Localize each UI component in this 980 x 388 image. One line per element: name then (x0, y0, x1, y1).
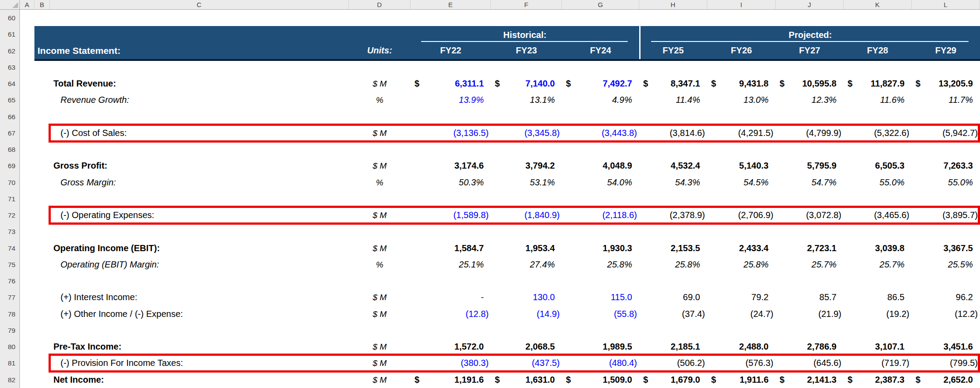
cell-B64[interactable] (34, 75, 50, 92)
cell-L70[interactable]: 55.0% (912, 174, 980, 191)
row-header-73[interactable]: 73 (0, 223, 20, 240)
column-header-G[interactable]: G (562, 0, 639, 9)
cell-E80[interactable]: 1,572.0 (411, 339, 491, 355)
cell-D74[interactable]: $ M (349, 240, 411, 257)
select-all-corner[interactable] (0, 0, 20, 9)
cell-J81[interactable]: (645.6) (776, 355, 844, 372)
cell-J67[interactable]: (4,799.9) (776, 125, 844, 142)
cell-E64[interactable]: $6,311.1 (411, 75, 491, 92)
cell-H75[interactable]: 25.8% (639, 256, 707, 273)
cell-C82[interactable]: Net Income: (50, 372, 349, 388)
cell-C78[interactable]: (+) Other Income / (-) Expense: (50, 306, 349, 323)
cell-K60[interactable] (844, 10, 912, 26)
cell-L77[interactable]: 96.2 (912, 289, 980, 306)
cell-A68[interactable] (20, 141, 34, 158)
row-header-81[interactable]: 81 (0, 355, 20, 372)
cell-H65[interactable]: 11.4% (639, 92, 707, 109)
cell-L78[interactable]: (12.2) (912, 306, 980, 323)
cell-I81[interactable]: (576.3) (707, 355, 776, 372)
cell-L81[interactable]: (799.5) (912, 355, 980, 372)
cell-L66[interactable] (912, 109, 980, 125)
cell-E82[interactable]: $1,191.6 (411, 372, 491, 388)
units-header[interactable]: Units: (349, 42, 411, 59)
cell-J77[interactable]: 85.7 (776, 289, 844, 306)
cell-G81[interactable]: (480.4) (562, 355, 639, 372)
cell-D82[interactable]: $ M (349, 372, 411, 388)
cell-D69[interactable]: $ M (349, 158, 411, 174)
cell-J72[interactable]: (3,072.8) (776, 207, 844, 224)
cell-L64[interactable]: $13,205.9 (912, 75, 980, 92)
cell-A78[interactable] (20, 306, 34, 323)
cell-D70[interactable]: % (349, 174, 411, 191)
cell-B72[interactable] (34, 207, 50, 224)
table-title[interactable]: Income Statement: (38, 42, 121, 59)
cell-C76[interactable] (50, 273, 349, 290)
cell-F73[interactable] (491, 223, 562, 240)
row-header-72[interactable]: 72 (0, 207, 20, 224)
cell-J79[interactable] (776, 322, 844, 339)
cell-K79[interactable] (844, 322, 912, 339)
cell-G76[interactable] (562, 273, 639, 290)
cell-H71[interactable] (639, 191, 707, 207)
cell-C65[interactable]: Revenue Growth: (50, 92, 349, 109)
cell-I80[interactable]: 2,488.0 (707, 339, 776, 355)
cell-I60[interactable] (707, 10, 776, 26)
cell-I74[interactable]: 2,433.4 (707, 240, 776, 257)
cell-K74[interactable]: 3,039.8 (844, 240, 912, 257)
cell-G73[interactable] (562, 223, 639, 240)
cell-B65[interactable] (34, 92, 50, 109)
cell-E70[interactable]: 50.3% (411, 174, 491, 191)
cell-C60[interactable] (50, 10, 349, 26)
cell-H72[interactable]: (2,378.9) (639, 207, 707, 224)
cell-G71[interactable] (562, 191, 639, 207)
cell-E76[interactable] (411, 273, 491, 290)
cell-K82[interactable]: $2,387.3 (844, 372, 912, 388)
cell-A63[interactable] (20, 59, 34, 76)
cell-J60[interactable] (776, 10, 844, 26)
year-header-FY24[interactable]: FY24 (562, 42, 639, 59)
cell-A66[interactable] (20, 109, 34, 125)
cell-K66[interactable] (844, 109, 912, 125)
cell-A71[interactable] (20, 191, 34, 207)
cell-D78[interactable]: $ M (349, 306, 411, 323)
cell-L76[interactable] (912, 273, 980, 290)
cell-J78[interactable]: (21.9) (776, 306, 844, 323)
cell-A64[interactable] (20, 75, 34, 92)
cell-E72[interactable]: (1,589.8) (411, 207, 491, 224)
cell-F72[interactable]: (1,840.9) (491, 207, 562, 224)
cell-L65[interactable]: 11.7% (912, 92, 980, 109)
cell-E75[interactable]: 25.1% (411, 256, 491, 273)
year-header-FY27[interactable]: FY27 (776, 42, 844, 59)
cell-L69[interactable]: 7,263.3 (912, 158, 980, 174)
cell-I69[interactable]: 5,140.3 (707, 158, 776, 174)
cell-K76[interactable] (844, 273, 912, 290)
cell-D80[interactable]: $ M (349, 339, 411, 355)
cell-C81[interactable]: (-) Provision For Income Taxes: (50, 355, 349, 372)
cell-F67[interactable]: (3,345.8) (491, 125, 562, 142)
cell-L73[interactable] (912, 223, 980, 240)
cell-I82[interactable]: $1,911.6 (707, 372, 776, 388)
cell-K63[interactable] (844, 59, 912, 76)
column-header-E[interactable]: E (411, 0, 491, 9)
cell-K71[interactable] (844, 191, 912, 207)
cell-B60[interactable] (34, 10, 50, 26)
cell-J69[interactable]: 5,795.9 (776, 158, 844, 174)
cell-D71[interactable] (349, 191, 411, 207)
cell-A80[interactable] (20, 339, 34, 355)
cell-C71[interactable] (50, 191, 349, 207)
cell-E79[interactable] (411, 322, 491, 339)
cell-I75[interactable]: 25.8% (707, 256, 776, 273)
cell-C66[interactable] (50, 109, 349, 125)
cell-I66[interactable] (707, 109, 776, 125)
cell-B66[interactable] (34, 109, 50, 125)
cell-K80[interactable]: 3,107.1 (844, 339, 912, 355)
cell-K64[interactable]: $11,827.9 (844, 75, 912, 92)
row-header-63[interactable]: 63 (0, 59, 20, 76)
cell-C70[interactable]: Gross Margin: (50, 174, 349, 191)
cell-B74[interactable] (34, 240, 50, 257)
cell-C72[interactable]: (-) Operating Expenses: (50, 207, 349, 224)
row-header-60[interactable]: 60 (0, 10, 20, 26)
cell-A60[interactable] (20, 10, 34, 26)
year-header-FY26[interactable]: FY26 (707, 42, 776, 59)
cell-A76[interactable] (20, 273, 34, 290)
